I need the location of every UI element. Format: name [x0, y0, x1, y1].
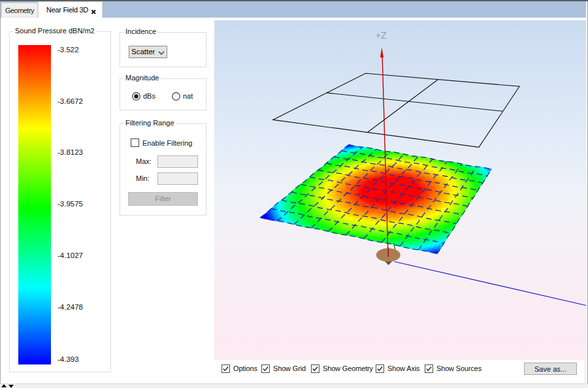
svg-text:+Z: +Z	[376, 30, 387, 40]
